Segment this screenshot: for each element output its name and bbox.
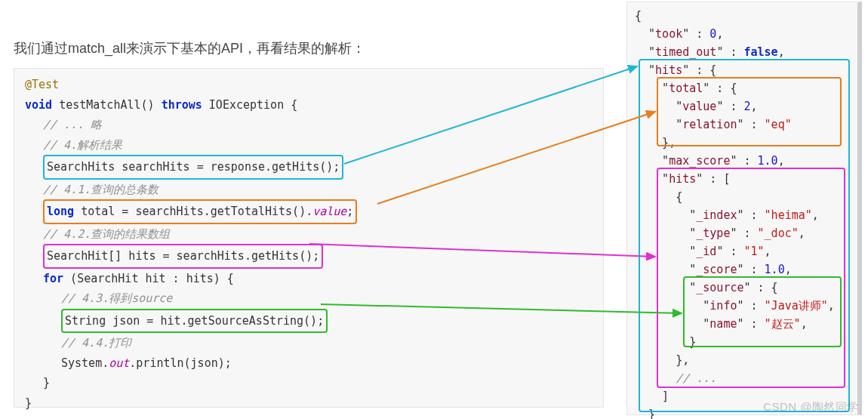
comment-4: // 4.解析结果 [25,135,593,156]
print-out: out [109,356,129,370]
highlight-source: String json = hit.getSourceAsString(); [61,309,328,334]
highlight-searchhits: SearchHits searchHits = response.getHits… [43,155,343,180]
exception-type: IOException { [202,98,297,112]
print-b: .println(json); [129,356,231,370]
java-code-block: @Test void testMatchAll() throws IOExcep… [14,68,604,408]
json-open: { [635,7,850,25]
print-a: System. [61,356,109,370]
brace-outer: } [25,393,593,414]
for-rest: (SearchHit hit : hits) { [63,272,234,285]
kw-long: long [47,205,74,218]
intro-text: 我们通过match_all来演示下基本的API，再看结果的解析： [14,39,365,57]
comment-41: // 4.1.查询的总条数 [25,180,593,200]
kw-throws: throws [162,98,202,112]
comment-44: // 4.4.打印 [25,333,593,353]
json-box-source [683,276,842,347]
total-mid: total = searchHits.getTotalHits(). [74,205,312,218]
json-box-total [657,77,842,146]
comment-42: // 4.2.查询的结果数组 [25,224,593,245]
total-end: ; [346,205,353,218]
highlight-total: long total = searchHits.getTotalHits().v… [43,199,357,224]
kw-for: for [43,272,63,285]
highlight-hits-array: SearchHit[] hits = searchHits.getHits(); [43,244,323,269]
comment-skip: // ... 略 [25,115,593,135]
kw-void: void [25,98,52,112]
method-name: testMatchAll() [52,98,162,112]
field-value: value [312,205,346,218]
comment-43: // 4.3.得到source [25,288,593,309]
brace-inner: } [25,373,593,393]
watermark: CSDN @陶然同学 [763,400,859,414]
annotation: @Test [25,78,59,91]
